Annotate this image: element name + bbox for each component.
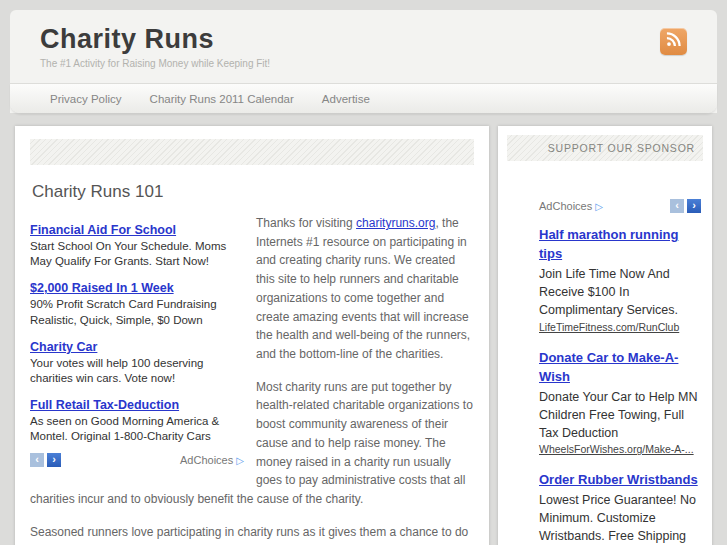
main-nav: Privacy Policy Charity Runs 2011 Calenda… bbox=[10, 83, 717, 113]
rss-button[interactable] bbox=[660, 28, 687, 55]
nav-item-2011-calendar[interactable]: Charity Runs 2011 Calendar bbox=[136, 93, 308, 105]
prev-arrow-icon[interactable]: ‹ bbox=[30, 453, 44, 467]
paragraph-text: , the Internets #1 resource on participa… bbox=[256, 216, 470, 361]
ad-financial-aid: Financial Aid For School Start School On… bbox=[30, 220, 244, 269]
ad-display-url[interactable]: WheelsForWishes.org/Make-A-... bbox=[539, 443, 701, 455]
ad-carousel-arrows: ‹ › bbox=[30, 453, 61, 467]
nav-item-privacy-policy[interactable]: Privacy Policy bbox=[36, 93, 136, 105]
prev-arrow-icon[interactable]: ‹ bbox=[670, 199, 684, 213]
charityruns-org-link[interactable]: charityruns.org bbox=[356, 216, 435, 230]
ad-donate-car-make-a-wish: Donate Car to Make-A-Wish Donate Your Ca… bbox=[539, 348, 701, 456]
ad-rubber-wristbands: Order Rubber Wristbands Lowest Price Gua… bbox=[539, 470, 701, 545]
site-title: Charity Runs bbox=[40, 24, 717, 55]
ad-link-half-marathon[interactable]: Half marathon running tips bbox=[539, 227, 678, 261]
ad-block-footer: ‹ › AdChoices ▷ bbox=[30, 453, 244, 467]
site-tagline: The #1 Activity for Raising Money while … bbox=[40, 58, 717, 69]
rss-icon bbox=[666, 32, 681, 51]
paragraph-text: Thanks for visiting bbox=[256, 216, 356, 230]
ad-link-financial-aid[interactable]: Financial Aid For School bbox=[30, 223, 176, 237]
ad-text: Your votes will help 100 deserving chari… bbox=[30, 356, 244, 386]
ad-link-donate-car[interactable]: Donate Car to Make-A-Wish bbox=[539, 350, 678, 384]
sidebar-ad-unit: AdChoices ▷ ‹ › Half marathon running ti… bbox=[539, 199, 701, 545]
ad-half-marathon-tips: Half marathon running tips Join Life Tim… bbox=[539, 225, 701, 333]
ad-link-tax-deduction[interactable]: Full Retail Tax-Deduction bbox=[30, 398, 179, 412]
ad-charity-car: Charity Car Your votes will help 100 des… bbox=[30, 337, 244, 386]
adchoices-link[interactable]: AdChoices ▷ bbox=[539, 200, 603, 212]
sponsor-heading: SUPPORT OUR SPONSOR bbox=[507, 135, 703, 161]
paragraph-seasoned-runners: Seasoned runners love participating in c… bbox=[30, 523, 474, 545]
ad-text: Lowest Price Guarantee! No Minimum. Cust… bbox=[539, 492, 701, 545]
adchoices-icon: ▷ bbox=[236, 455, 244, 466]
content-area: Charity Runs 101 Financial Aid For Schoo… bbox=[15, 126, 712, 545]
ad-raised-1-week: $2,000 Raised In 1 Week 90% Profit Scrat… bbox=[30, 278, 244, 327]
sidebar-top-decor-bar: SUPPORT OUR SPONSOR bbox=[507, 135, 703, 161]
ad-link-wristbands[interactable]: Order Rubber Wristbands bbox=[539, 472, 698, 487]
adchoices-label: AdChoices bbox=[180, 454, 233, 466]
ad-text: As seen on Good Morning America & Montel… bbox=[30, 414, 244, 444]
ad-text: Start School On Your Schedule. Moms May … bbox=[30, 239, 244, 269]
masthead: Charity Runs The #1 Activity for Raising… bbox=[10, 24, 717, 69]
main-top-decor-bar bbox=[30, 139, 474, 165]
nav-item-advertise[interactable]: Advertise bbox=[308, 93, 384, 105]
ad-carousel-arrows: ‹ › bbox=[670, 199, 701, 213]
ad-text: 90% Profit Scratch Card Fundraising Real… bbox=[30, 297, 244, 327]
sidebar-ad-header: AdChoices ▷ ‹ › bbox=[539, 199, 701, 213]
page-title: Charity Runs 101 bbox=[32, 182, 474, 202]
ad-tax-deduction: Full Retail Tax-Deduction As seen on Goo… bbox=[30, 395, 244, 444]
adchoices-label: AdChoices bbox=[539, 200, 592, 212]
ad-display-url[interactable]: LifeTimeFitness.com/RunClub bbox=[539, 321, 701, 333]
next-arrow-icon[interactable]: › bbox=[687, 199, 701, 213]
ad-link-charity-car[interactable]: Charity Car bbox=[30, 340, 97, 354]
next-arrow-icon[interactable]: › bbox=[47, 453, 61, 467]
ad-text: Donate Your Car to Help MN Children Free… bbox=[539, 389, 701, 442]
sidebar: SUPPORT OUR SPONSOR AdChoices ▷ ‹ › Half… bbox=[498, 126, 712, 545]
inline-ad-block: Financial Aid For School Start School On… bbox=[30, 220, 244, 467]
ad-text: Join Life Time Now And Receive $100 In C… bbox=[539, 266, 701, 319]
adchoices-link[interactable]: AdChoices ▷ bbox=[180, 454, 244, 466]
header: Charity Runs The #1 Activity for Raising… bbox=[10, 10, 717, 113]
main-column: Charity Runs 101 Financial Aid For Schoo… bbox=[15, 126, 489, 545]
adchoices-icon: ▷ bbox=[595, 201, 603, 212]
ad-link-raised-1-week[interactable]: $2,000 Raised In 1 Week bbox=[30, 281, 174, 295]
